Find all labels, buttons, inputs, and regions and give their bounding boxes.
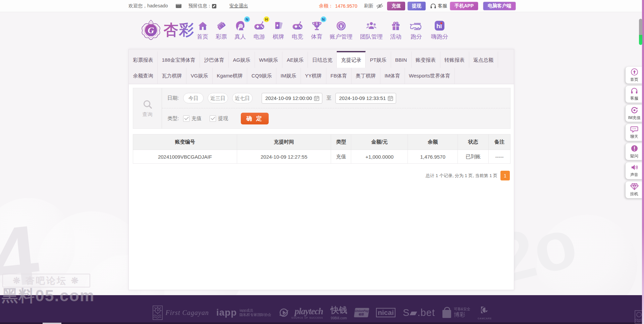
page-1-button[interactable]: 1 — [500, 171, 510, 180]
tab-bbin[interactable]: BBIN — [391, 51, 412, 68]
header: G 杏彩 首页 彩票 N 真人 H — [0, 12, 644, 49]
withdraw-button[interactable]: 提现 — [408, 2, 426, 10]
date-to-value: 2024-10-09 12:33:51 — [339, 95, 386, 101]
scrollbar-thumb[interactable] — [639, 19, 642, 45]
nav-item-promo[interactable]: 活动 — [386, 18, 405, 41]
query-filter-panel: 查询 日期: 今日 近三日 近七日 2024-10-09 12:00:00 至 … — [133, 88, 511, 129]
tab-fb-tiyu[interactable]: FB体育 — [326, 68, 352, 84]
footer-logo-secure-gaming: 可靠&安全博彩 — [442, 307, 470, 318]
tab-pt-yule[interactable]: PT娱乐 — [366, 51, 391, 68]
tab-shaba-tiyu[interactable]: 沙巴体育 — [200, 51, 229, 68]
tab-yue-chaxun[interactable]: 余额查询 — [129, 68, 158, 84]
badge-n: N — [244, 16, 250, 22]
date-from-input[interactable]: 2024-10-09 12:00:00 — [262, 93, 322, 104]
headset-icon — [630, 87, 638, 95]
footer-logo-sbet: S▰.bet — [403, 307, 435, 318]
pagination-summary: 总计 1 个记录, 分为 1 页, 当前第 1 页 — [426, 173, 497, 179]
refresh-link[interactable]: 刷新 — [364, 3, 373, 9]
pc-client-button[interactable]: 电脑客户端 — [483, 2, 516, 10]
toolbar-idle[interactable]: 挂机 — [626, 181, 643, 198]
tab-yy-qipai[interactable]: YY棋牌 — [301, 68, 326, 84]
brand-name: 杏彩 — [164, 20, 195, 40]
nav-item-lottery[interactable]: 彩票 — [212, 18, 231, 41]
cell-type: 充值 — [331, 150, 351, 164]
tab-vg-yule[interactable]: VG娱乐 — [186, 68, 213, 84]
tab-wesports[interactable]: Wesports世界体育 — [405, 68, 455, 84]
tab-chongti-jilu-active[interactable]: 充提记录 — [337, 51, 366, 68]
date-to-input[interactable]: 2024-10-09 12:33:51 — [335, 93, 396, 104]
tab-rijie-zonglan[interactable]: 日结总览 — [308, 51, 337, 68]
tab-aoding-qipai[interactable]: 奥丁棋牌 — [352, 68, 380, 84]
headset-icon — [430, 3, 436, 9]
tab-ag-yule[interactable]: AG娱乐 — [229, 51, 255, 68]
envelope-icon[interactable] — [176, 4, 181, 8]
tab-zhuanzhang-baobiao[interactable]: 转账报表 — [440, 51, 469, 68]
watermark-forum-box: ❋ 杏吧论坛 ❋ — [2, 274, 90, 287]
brand-logo[interactable]: G 杏彩 — [141, 19, 195, 41]
tab-ae-yule[interactable]: AE娱乐 — [282, 51, 308, 68]
welcome-text: 欢迎您，hadesado — [128, 3, 168, 9]
footer-bottom-box — [43, 323, 61, 324]
confirm-button[interactable]: 确 定 — [241, 113, 269, 124]
tab-im-yule[interactable]: IM娱乐 — [276, 68, 301, 84]
tab-wali-qipai[interactable]: 瓦力棋牌 — [158, 68, 186, 84]
nav-item-sports[interactable]: 1 N 体育 — [307, 18, 326, 41]
tab-caipiao-baobiao[interactable]: 彩票报表 — [129, 51, 158, 68]
toolbar-question[interactable]: 疑问 — [626, 143, 643, 160]
quick-7days-button[interactable]: 近七日 — [232, 93, 253, 103]
cell-time: 2024-10-09 12:27:55 — [237, 150, 331, 164]
quick-today-button[interactable]: 今日 — [183, 93, 204, 103]
calendar-icon — [388, 96, 393, 101]
nav-item-live[interactable]: N 真人 — [231, 18, 250, 41]
nav-item-cards[interactable]: 棋牌 — [269, 18, 288, 41]
hi-app-icon: hi — [434, 18, 445, 31]
gamepad-icon: H — [253, 18, 265, 31]
col-change-id: 账变编号 — [133, 134, 237, 150]
toolbar-chat[interactable]: 聊天 — [626, 124, 643, 141]
nav-item-home[interactable]: 首页 — [193, 18, 212, 41]
deposit-button[interactable]: 充值 — [387, 2, 405, 10]
nav-item-hipaofen[interactable]: hi 嗨跑分 — [427, 18, 452, 41]
lottery-ticket-icon — [216, 18, 227, 31]
cards-icon — [273, 18, 284, 31]
col-note: 备注 — [489, 134, 511, 150]
eye-slash-icon[interactable] — [376, 3, 383, 9]
toolbar-service[interactable]: 客服 — [626, 86, 643, 103]
nav-item-account[interactable]: ¥ 账户管理 — [326, 18, 356, 41]
tab-188-jinbaobo[interactable]: 188金宝博体育 — [158, 51, 200, 68]
tab-zhangbian-baobiao[interactable]: 账变报表 — [412, 51, 440, 68]
svg-text:1: 1 — [316, 22, 318, 26]
toolbar-im-recharge[interactable]: IM充值 — [626, 105, 643, 122]
nav-item-paofen[interactable]: 跑分 — [405, 18, 427, 41]
col-balance: 余额 — [408, 134, 458, 150]
esports-gamepad-icon — [291, 18, 304, 31]
tab-cq9-yule[interactable]: CQ9娱乐 — [247, 68, 276, 84]
nav-item-slots[interactable]: H 电游 — [250, 18, 269, 41]
tab-kgame-qipai[interactable]: Kgame棋牌 — [213, 68, 248, 84]
mobile-app-button[interactable]: 手机APP — [450, 2, 478, 10]
brand-emblem-icon: G — [141, 19, 161, 41]
table-row: 20241009VBCGADJAIF 2024-10-09 12:27:55 充… — [133, 150, 511, 164]
logout-link[interactable]: 安全退出 — [229, 3, 248, 9]
team-people-icon — [366, 18, 377, 31]
service-label[interactable]: 客服 — [438, 3, 447, 9]
footer-logo-nicai: nicai — [376, 308, 395, 317]
footer-logo-row: First Cagayan iapp iapp成员隐私权专家国际协会 playt… — [132, 305, 512, 321]
toolbar-home[interactable]: 首页 — [626, 67, 643, 84]
tab-fandian-zonge[interactable]: 返点总额 — [469, 51, 498, 68]
type-withdraw-checkbox[interactable] — [210, 115, 216, 122]
nav-item-esports[interactable]: 电竞 — [288, 18, 307, 41]
edit-icon[interactable] — [212, 4, 216, 8]
brand-monogram: G — [148, 25, 154, 35]
tab-wm-yule[interactable]: WM娱乐 — [255, 51, 283, 68]
quick-3days-button[interactable]: 近三日 — [208, 93, 228, 103]
tab-im-tiyu[interactable]: IM体育 — [380, 68, 405, 84]
type-deposit-checkbox[interactable] — [183, 115, 190, 122]
watermark-ball — [0, 198, 75, 292]
nav-item-team[interactable]: 团队管理 — [356, 18, 386, 41]
col-amount: 金额/元 — [351, 134, 408, 150]
footer-logo-99bill: 快钱 99Bill.com — [330, 305, 347, 320]
toolbar-sound[interactable]: 声音 — [626, 162, 643, 179]
im-recharge-icon — [631, 106, 638, 114]
trophy-icon: 1 N — [311, 18, 322, 31]
